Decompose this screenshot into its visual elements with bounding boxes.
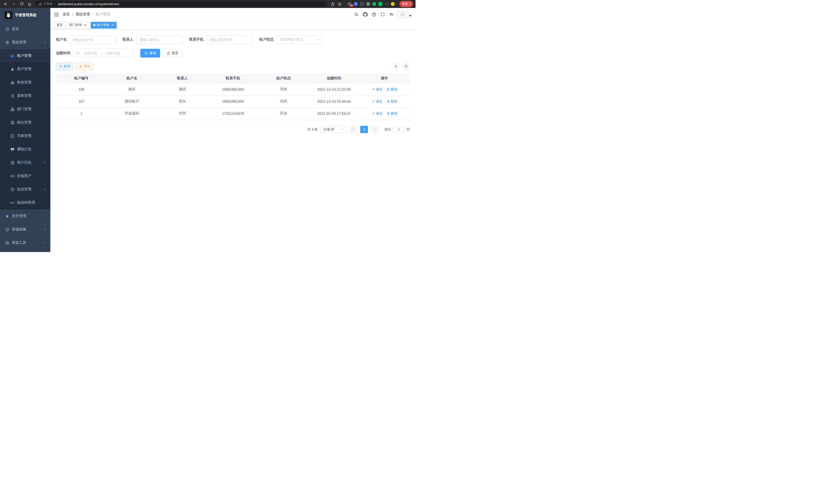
sidebar-item-home[interactable]: 首页 bbox=[0, 22, 50, 36]
sidebar-item-audit-log[interactable]: 审计日志 bbox=[0, 156, 50, 169]
search-icon[interactable] bbox=[352, 10, 361, 19]
address-bar[interactable]: 不安全 dashboard.yudao.iocoder.cn/system/te… bbox=[35, 1, 327, 7]
date-range-separator: - bbox=[101, 51, 102, 55]
edit-label: 修改 bbox=[376, 111, 382, 116]
search-button[interactable]: 搜索 bbox=[140, 49, 160, 58]
sidebar-item-user-management[interactable]: 用户管理 bbox=[0, 62, 50, 76]
search-button-label: 搜索 bbox=[149, 51, 156, 56]
update-label: 更新 bbox=[402, 2, 408, 6]
toggle-search-button[interactable] bbox=[392, 62, 400, 70]
end-date-input[interactable] bbox=[103, 51, 123, 55]
security-label: 不安全 bbox=[44, 2, 53, 6]
next-page-button[interactable] bbox=[371, 126, 379, 133]
table-header-row: 租户编号 租户名 联系人 联系手机 租户状态 创建时间 操作 bbox=[56, 73, 410, 83]
sidebar-item-label: 支付管理 bbox=[12, 214, 41, 218]
page-content: 租户名 联系人 联系手机 租户状态 请选择租户状态 bbox=[50, 30, 416, 252]
sidebar-item-payment[interactable]: ¥ 支付管理 bbox=[0, 209, 50, 223]
security-warning-icon[interactable] bbox=[38, 2, 42, 6]
tab-tenant-management[interactable]: 租户管理 bbox=[91, 22, 117, 29]
cell-tenant-name: 测试租户 bbox=[107, 95, 157, 108]
refresh-table-button[interactable] bbox=[402, 62, 410, 70]
url-text[interactable]: dashboard.yudao.iocoder.cn/system/tenant bbox=[58, 2, 119, 6]
app-logo[interactable]: 芋道管理系统 bbox=[0, 8, 50, 22]
page-size-select[interactable]: 10条/页 bbox=[321, 126, 346, 133]
phone-input[interactable] bbox=[206, 35, 253, 44]
sidebar: 芋道管理系统 首页 系统管理 租户管理 用户管理 角色管 bbox=[0, 8, 50, 252]
browser-update-button[interactable]: 更新 bbox=[399, 1, 413, 7]
search-icon bbox=[144, 52, 148, 55]
prev-page-button[interactable] bbox=[349, 126, 357, 133]
sidebar-item-dict-management[interactable]: 字典管理 bbox=[0, 129, 50, 143]
breadcrumb-home[interactable]: 首页 bbox=[63, 12, 70, 17]
edit-row-button[interactable]: 修改 bbox=[372, 99, 382, 104]
share-icon[interactable] bbox=[329, 1, 336, 7]
cell-created: 2021-12-14 21:02:09 bbox=[309, 83, 360, 95]
extension-icon[interactable] bbox=[360, 2, 364, 6]
sidebar-item-post-management[interactable]: 岗位管理 bbox=[0, 116, 50, 129]
sidebar-item-notice[interactable]: 通知公告 bbox=[0, 143, 50, 156]
tab-home[interactable]: 首页 bbox=[54, 22, 65, 29]
delete-row-button[interactable]: 删除 bbox=[387, 87, 398, 92]
github-icon[interactable] bbox=[361, 10, 370, 19]
bookmark-star-icon[interactable] bbox=[337, 1, 343, 7]
sidebar-item-error-code-management[interactable]: </> 错误码管理 bbox=[0, 196, 50, 209]
contact-input[interactable] bbox=[136, 35, 182, 44]
delete-row-button[interactable]: 删除 bbox=[387, 111, 398, 116]
sidebar-item-role-management[interactable]: 角色管理 bbox=[0, 76, 50, 89]
goto-page-input[interactable] bbox=[393, 126, 404, 133]
dashboard-icon bbox=[5, 27, 9, 31]
edit-row-button[interactable]: 修改 bbox=[372, 111, 382, 116]
date-range-picker[interactable]: - bbox=[73, 49, 134, 58]
cell-contact: 测试 bbox=[157, 83, 208, 95]
tenant-name-input[interactable] bbox=[69, 35, 116, 44]
extension-icon[interactable] bbox=[372, 2, 376, 6]
sidebar-item-dept-management[interactable]: 部门管理 bbox=[0, 102, 50, 116]
sidebar-collapse-icon[interactable] bbox=[50, 12, 63, 17]
sidebar-item-label: 首页 bbox=[12, 27, 46, 31]
extension-icon[interactable] bbox=[354, 2, 358, 6]
close-icon[interactable] bbox=[83, 23, 87, 27]
help-icon[interactable] bbox=[370, 10, 378, 19]
extension-icon[interactable]: 10 bbox=[348, 2, 351, 6]
sidebar-item-label: 错误码管理 bbox=[17, 200, 46, 205]
sidebar-item-dev-tools[interactable]: 研发工具 bbox=[0, 236, 50, 249]
add-button[interactable]: 新增 bbox=[56, 62, 73, 70]
edit-row-button[interactable]: 修改 bbox=[372, 87, 382, 92]
sidebar-item-label: 在线用户 bbox=[17, 174, 46, 178]
sidebar-item-menu-management[interactable]: 菜单管理 bbox=[0, 89, 50, 102]
column-header: 联系手机 bbox=[208, 73, 258, 83]
font-size-icon[interactable]: TT bbox=[387, 10, 396, 19]
status-select[interactable]: 请选择租户状态 bbox=[277, 35, 323, 44]
extension-icon[interactable] bbox=[366, 2, 370, 6]
sidebar-item-tenant-management[interactable]: 租户管理 bbox=[0, 49, 50, 62]
forward-icon[interactable] bbox=[10, 1, 17, 7]
extension-icon[interactable] bbox=[378, 2, 382, 6]
sidebar-item-sms-management[interactable]: 短信管理 bbox=[0, 183, 50, 196]
sidebar-item-system-management[interactable]: 系统管理 bbox=[0, 36, 50, 49]
active-tab-dot bbox=[93, 24, 95, 26]
reset-button[interactable]: 重置 bbox=[163, 49, 182, 58]
export-button[interactable]: 导出 bbox=[76, 62, 93, 70]
tab-dept-management[interactable]: 部门管理 bbox=[67, 22, 89, 29]
extension-icon[interactable] bbox=[391, 2, 395, 6]
breadcrumb-separator: / bbox=[92, 12, 93, 17]
close-icon[interactable] bbox=[111, 23, 114, 27]
edit-label: 修改 bbox=[376, 87, 382, 92]
goto-page: 前往 页 bbox=[384, 126, 410, 133]
cell-created: 2021-01-05 17:03:47 bbox=[309, 108, 360, 119]
delete-label: 删除 bbox=[391, 99, 398, 104]
home-icon[interactable] bbox=[26, 1, 33, 7]
cell-tenant-name: 芋道源码 bbox=[107, 108, 157, 119]
chevron-down-icon bbox=[341, 128, 344, 131]
avatar[interactable] bbox=[398, 11, 408, 18]
fullscreen-icon[interactable] bbox=[378, 10, 387, 19]
extension-icon[interactable] bbox=[385, 2, 389, 6]
reload-icon[interactable] bbox=[19, 1, 25, 7]
page-number-button[interactable]: 1 bbox=[360, 126, 368, 133]
sidebar-item-infrastructure[interactable]: 基础设施 bbox=[0, 223, 50, 236]
back-icon[interactable] bbox=[3, 1, 9, 7]
sidebar-item-online-users[interactable]: 在线用户 bbox=[0, 169, 50, 183]
delete-row-button[interactable]: 删除 bbox=[387, 99, 398, 104]
caret-down-icon[interactable] bbox=[409, 15, 411, 17]
start-date-input[interactable] bbox=[81, 51, 100, 55]
